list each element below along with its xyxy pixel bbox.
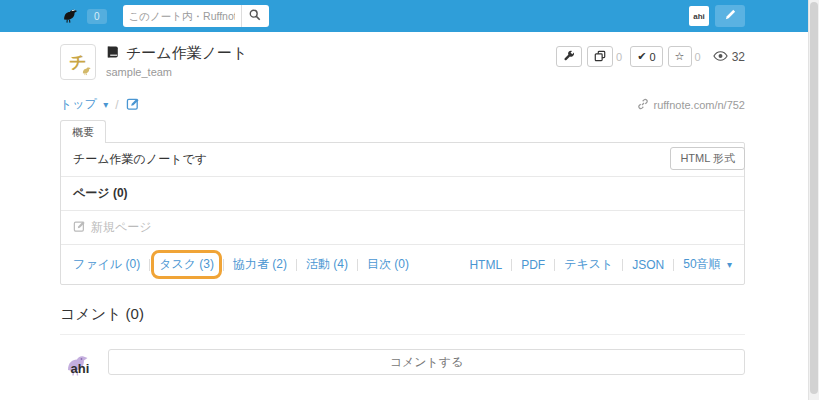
pencil-icon xyxy=(724,8,737,24)
notification-badge[interactable]: 0 xyxy=(87,9,107,24)
sort-order-dropdown[interactable]: 50音順 ▾ xyxy=(683,256,732,273)
new-note-button[interactable] xyxy=(715,5,745,27)
divider xyxy=(357,259,358,271)
activity-link[interactable]: 活動 (4) xyxy=(306,256,348,273)
search-input[interactable] xyxy=(123,5,241,27)
divider xyxy=(511,259,512,271)
link-icon xyxy=(637,98,649,112)
collaborators-link[interactable]: 協力者 (2) xyxy=(233,256,287,273)
note-toolbar: 0 ✔ 0 ☆ 0 32 xyxy=(556,46,745,67)
note-description: チーム作業のノートです xyxy=(73,152,207,166)
topbar: 0 ahi xyxy=(0,0,819,32)
pencil-square-icon xyxy=(126,99,140,113)
book-icon xyxy=(106,45,120,62)
star-count: 0 xyxy=(692,51,704,63)
tab-overview[interactable]: 概要 xyxy=(60,120,106,143)
fork-count: 0 xyxy=(613,51,625,63)
toc-link[interactable]: 目次 (0) xyxy=(367,256,409,273)
search-group xyxy=(123,5,269,27)
divider xyxy=(149,259,150,271)
note-description-row: チーム作業のノートです HTML 形式 xyxy=(61,143,744,176)
note-avatar[interactable]: チ xyxy=(60,44,96,80)
html-format-button[interactable]: HTML 形式 xyxy=(670,147,745,170)
breadcrumb-top-link[interactable]: トップ ▾ xyxy=(60,96,108,113)
panel-footer-links: ファイル (0) タスク (3) 協力者 (2) 活動 (4) 目次 (0) H… xyxy=(61,244,744,284)
comment-user-avatar[interactable]: ahi xyxy=(60,349,100,387)
tasks-link[interactable]: タスク (3) xyxy=(159,257,214,271)
note-permalink[interactable]: ruffnote.com/n/752 xyxy=(653,99,745,111)
breadcrumb: トップ ▾ / ruffnote.com/n/752 xyxy=(60,96,745,113)
export-text-link[interactable]: テキスト xyxy=(564,256,613,273)
divider xyxy=(673,259,674,271)
note-subtitle: sample_team xyxy=(106,66,247,78)
export-json-link[interactable]: JSON xyxy=(632,258,664,272)
avatar-bird-icon xyxy=(81,65,92,76)
export-html-link[interactable]: HTML xyxy=(469,258,502,272)
export-pdf-link[interactable]: PDF xyxy=(521,258,545,272)
add-comment-button[interactable]: コメントする xyxy=(108,349,745,375)
divider xyxy=(622,259,623,271)
overview-panel: 概要 チーム作業のノートです HTML 形式 ページ (0) 新規ページ ファイ… xyxy=(60,119,745,285)
breadcrumb-separator: / xyxy=(115,98,118,112)
scrollbar-thumb[interactable] xyxy=(810,2,818,394)
star-button[interactable]: ☆ xyxy=(668,46,692,67)
tasks-link-highlight: タスク (3) xyxy=(159,256,214,273)
star-icon: ☆ xyxy=(675,50,685,63)
divider xyxy=(60,334,745,335)
chevron-down-icon: ▾ xyxy=(103,99,108,110)
pages-section-header: ページ (0) xyxy=(61,176,744,210)
comments-heading: コメント (0) xyxy=(60,305,745,324)
divider xyxy=(296,259,297,271)
pencil-square-icon xyxy=(73,220,86,235)
comment-avatar-label: ahi xyxy=(71,361,90,376)
view-count: 32 xyxy=(732,50,745,64)
comments-section: コメント (0) ahi コメントする xyxy=(60,305,745,387)
search-button[interactable] xyxy=(241,5,269,27)
divider xyxy=(554,259,555,271)
edit-breadcrumb-button[interactable] xyxy=(126,97,140,113)
settings-button[interactable] xyxy=(556,46,582,67)
user-avatar[interactable]: ahi xyxy=(689,6,709,26)
chevron-down-icon: ▾ xyxy=(727,259,732,270)
wrench-icon xyxy=(563,50,575,64)
note-header: チ チーム作業ノート sample_team xyxy=(60,44,745,80)
ruffnote-logo[interactable] xyxy=(60,6,79,27)
note-title: チーム作業ノート xyxy=(126,44,247,63)
watch-button[interactable]: ✔ 0 xyxy=(630,46,662,67)
fork-button[interactable] xyxy=(587,46,613,67)
fork-copy-icon xyxy=(594,50,606,64)
search-icon xyxy=(249,9,261,24)
new-page-link[interactable]: 新規ページ xyxy=(61,210,744,244)
check-icon: ✔ xyxy=(637,50,646,63)
bird-logo-icon xyxy=(60,6,79,27)
vertical-scrollbar[interactable] xyxy=(808,0,819,400)
watch-count: 0 xyxy=(649,51,655,63)
divider xyxy=(223,259,224,271)
eye-icon xyxy=(713,50,728,64)
files-link[interactable]: ファイル (0) xyxy=(73,256,140,273)
